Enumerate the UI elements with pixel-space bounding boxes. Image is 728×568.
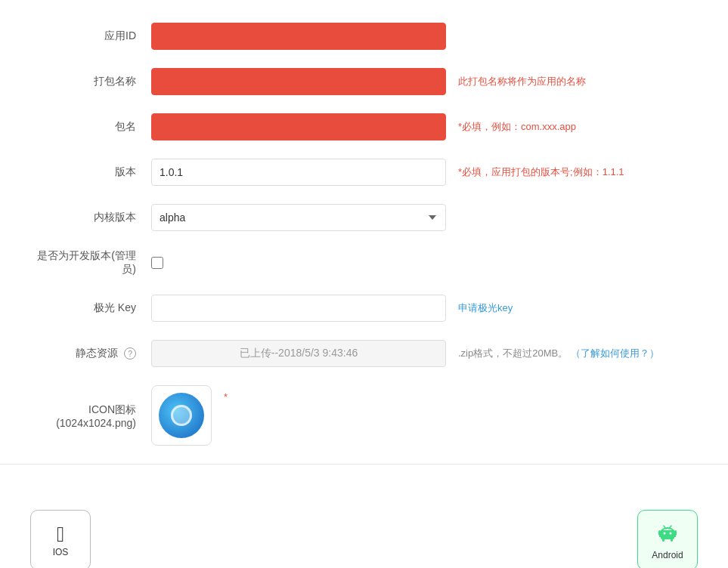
- svg-rect-1: [674, 530, 677, 536]
- package-name-hint: 此打包名称将作为应用的名称: [458, 75, 698, 88]
- version-input[interactable]: [151, 159, 446, 186]
- android-btn-wrap: Android: [652, 520, 683, 560]
- android-icon: [655, 520, 680, 550]
- dev-version-row: 是否为开发版本(管理员): [30, 242, 698, 284]
- android-label: Android: [652, 550, 683, 560]
- kernel-version-select[interactable]: alpha beta stable: [151, 204, 446, 231]
- app-id-label: 应用ID: [30, 29, 151, 43]
- jpush-key-input[interactable]: [151, 295, 446, 322]
- jpush-key-row: 极光 Key 申请极光key: [30, 287, 698, 329]
- app-icon: [159, 393, 204, 438]
- jpush-key-label: 极光 Key: [30, 301, 151, 315]
- jpush-key-input-wrap: [151, 295, 446, 322]
- icon-upload-area[interactable]: [151, 385, 212, 446]
- svg-rect-0: [658, 530, 661, 536]
- icon-label: ICON图标(1024x1024.png): [30, 385, 151, 429]
- apple-icon: : [57, 523, 64, 547]
- dev-version-checkbox[interactable]: [151, 257, 163, 269]
- svg-point-6: [670, 532, 672, 534]
- bundle-id-row: 包名 *必填，例如：com.xxx.app: [30, 106, 698, 148]
- static-assets-question-icon[interactable]: ?: [124, 347, 136, 360]
- app-icon-inner: [171, 405, 192, 426]
- ios-btn-wrap:  IOS: [53, 523, 69, 557]
- icon-hint: *: [224, 385, 698, 403]
- version-hint: *必填，应用打包的版本号;例如：1.1.1: [458, 165, 698, 179]
- bundle-id-label: 包名: [30, 120, 151, 134]
- package-name-input-wrap: [151, 68, 446, 95]
- kernel-version-label: 内核版本: [30, 211, 151, 224]
- dev-version-checkbox-wrap: [151, 257, 163, 269]
- static-assets-row: 静态资源 ? 已上传--2018/5/3 9:43:46 .zip格式，不超过2…: [30, 332, 698, 375]
- ios-button[interactable]:  IOS: [30, 510, 91, 568]
- version-input-wrap: [151, 159, 446, 186]
- icon-upload-wrap: [151, 385, 212, 446]
- bundle-id-input[interactable]: [151, 113, 446, 140]
- svg-rect-4: [661, 530, 674, 539]
- dev-version-label: 是否为开发版本(管理员): [30, 249, 151, 276]
- static-assets-label: 静态资源 ?: [30, 347, 151, 360]
- app-id-row: 应用ID: [30, 15, 698, 57]
- version-label: 版本: [30, 165, 151, 179]
- ios-label: IOS: [53, 547, 69, 557]
- package-name-label: 打包名称: [30, 75, 151, 88]
- bundle-id-hint: *必填，例如：com.xxx.app: [458, 120, 698, 134]
- bottom-section:  IOS Android: [0, 465, 728, 568]
- svg-point-5: [664, 532, 666, 534]
- app-id-input[interactable]: [151, 23, 446, 50]
- static-assets-hint: .zip格式，不超过20MB。 （了解如何使用？）: [458, 347, 698, 360]
- package-name-row: 打包名称 此打包名称将作为应用的名称: [30, 60, 698, 103]
- kernel-version-row: 内核版本 alpha beta stable: [30, 196, 698, 239]
- static-assets-hint-link[interactable]: （了解如何使用？）: [571, 347, 659, 359]
- bundle-id-input-wrap: [151, 113, 446, 140]
- android-button[interactable]: Android: [637, 510, 698, 568]
- icon-row: ICON图标(1024x1024.png) *: [30, 378, 698, 446]
- app-id-input-wrap: [151, 23, 446, 50]
- package-name-input[interactable]: [151, 68, 446, 95]
- kernel-version-select-wrap: alpha beta stable: [151, 204, 446, 231]
- static-assets-value[interactable]: 已上传--2018/5/3 9:43:46: [151, 340, 446, 367]
- jpush-key-hint[interactable]: 申请极光key: [458, 301, 698, 315]
- version-row: 版本 *必填，应用打包的版本号;例如：1.1.1: [30, 151, 698, 193]
- static-assets-value-wrap: 已上传--2018/5/3 9:43:46: [151, 340, 446, 367]
